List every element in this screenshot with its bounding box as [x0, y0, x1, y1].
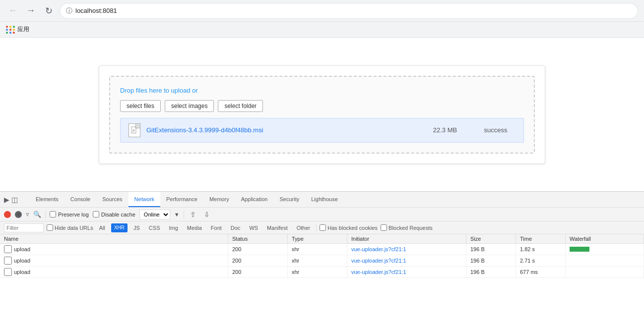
url-bar[interactable]: ⓘ localhost:8081 — [60, 3, 638, 19]
table-row[interactable]: upload 200 xhr vue-uploader.js?cf21:1 19… — [0, 255, 644, 267]
reload-button[interactable]: ↻ — [42, 4, 56, 18]
hide-data-urls-checkbox[interactable] — [47, 224, 53, 231]
table-row[interactable]: upload 200 xhr vue-uploader.js?cf21:1 19… — [0, 244, 644, 255]
bookmarks-bar: 应用 — [0, 22, 644, 38]
disable-cache-checkbox[interactable] — [93, 211, 99, 217]
apps-label: 应用 — [17, 25, 29, 34]
stop-button[interactable] — [15, 211, 22, 218]
select-images-button[interactable]: select images — [165, 100, 214, 112]
filter-xhr-button[interactable]: XHR — [111, 223, 128, 232]
hide-data-urls-label[interactable]: Hide data URLs — [47, 224, 93, 231]
row3-time: 677 ms — [516, 267, 566, 277]
grid-dots — [6, 26, 15, 34]
row2-initiator: vue-uploader.js?cf21:1 — [347, 255, 466, 266]
throttle-select[interactable]: Online — [139, 210, 170, 219]
col-size: Size — [466, 234, 516, 243]
row1-status: 200 — [228, 244, 288, 255]
row2-waterfall — [566, 255, 644, 266]
separator2 — [184, 211, 184, 218]
tab-application[interactable]: Application — [235, 192, 274, 207]
table-header: Name Status Type Initiator Size Time Wat… — [0, 234, 644, 244]
col-initiator: Initiator — [347, 234, 466, 243]
filter-separator — [316, 224, 317, 232]
tab-network[interactable]: Network — [129, 192, 160, 207]
blocked-cookies-checkbox[interactable] — [320, 224, 326, 231]
row3-name: upload — [0, 267, 228, 277]
filter-manifest[interactable]: Manifest — [264, 224, 291, 231]
devtools-inspect-icon[interactable]: ▶ — [4, 196, 9, 204]
msi-file-icon — [131, 126, 138, 134]
url-text: localhost:8081 — [75, 7, 117, 14]
filter-input[interactable] — [4, 223, 44, 232]
row2-initiator-link[interactable]: vue-uploader.js?cf21:1 — [351, 258, 406, 264]
import-har-button[interactable]: ⇧ — [188, 211, 198, 218]
row2-size: 196 B — [466, 255, 516, 266]
drop-instruction: Drop files here to upload or — [120, 87, 198, 94]
row3-checkbox[interactable] — [4, 268, 12, 276]
row3-waterfall — [566, 267, 644, 277]
tab-memory[interactable]: Memory — [203, 192, 235, 207]
filter-img[interactable]: Img — [166, 224, 181, 231]
export-har-button[interactable]: ⇩ — [202, 211, 212, 218]
stop-icon — [16, 213, 20, 216]
row3-type: xhr — [288, 267, 347, 277]
browser-chrome: ← → ↻ ⓘ localhost:8081 应用 — [0, 0, 644, 38]
filter-all[interactable]: All — [96, 224, 108, 231]
table-row[interactable]: upload 200 xhr vue-uploader.js?cf21:1 19… — [0, 267, 644, 278]
filter-doc[interactable]: Doc — [228, 224, 244, 231]
select-folder-button[interactable]: select folder — [218, 100, 263, 112]
tab-security[interactable]: Security — [273, 192, 305, 207]
blocked-cookies-label[interactable]: Has blocked cookies — [320, 224, 378, 231]
col-type: Type — [288, 234, 347, 243]
select-files-button[interactable]: select files — [120, 100, 161, 112]
search-icon[interactable]: 🔍 — [33, 211, 41, 218]
disable-cache-label[interactable]: Disable cache — [93, 211, 135, 217]
svg-point-5 — [17, 213, 20, 216]
tab-console[interactable]: Console — [64, 192, 96, 207]
filter-ws[interactable]: WS — [246, 224, 261, 231]
row3-size: 196 B — [466, 267, 516, 277]
filter-css[interactable]: CSS — [146, 224, 163, 231]
filter-media[interactable]: Media — [184, 224, 205, 231]
col-time: Time — [516, 234, 566, 243]
row1-name: upload — [0, 244, 228, 255]
filter-other[interactable]: Other — [294, 224, 314, 231]
devtools-tabs-bar: ▶ ◫ Elements Console Sources Network Per… — [0, 192, 644, 208]
row1-size: 196 B — [466, 244, 516, 255]
tab-performance[interactable]: Performance — [160, 192, 203, 207]
tab-sources[interactable]: Sources — [96, 192, 128, 207]
preserve-log-checkbox[interactable] — [50, 211, 56, 217]
apps-icon-group[interactable]: 应用 — [6, 25, 29, 34]
row2-status: 200 — [228, 255, 288, 266]
button-row: select files select images select folder — [120, 100, 524, 112]
col-status: Status — [228, 234, 288, 243]
browser-toolbar: ← → ↻ ⓘ localhost:8081 — [0, 0, 644, 22]
row2-time: 2.71 s — [516, 255, 566, 266]
tab-elements[interactable]: Elements — [30, 192, 64, 207]
tab-lighthouse[interactable]: Lighthouse — [305, 192, 344, 207]
waterfall-bar-1 — [570, 247, 589, 252]
forward-button[interactable]: → — [24, 4, 38, 18]
row2-type: xhr — [288, 255, 347, 266]
drop-zone: Drop files here to upload or select file… — [109, 76, 535, 154]
back-button[interactable]: ← — [6, 4, 20, 18]
filter-font[interactable]: Font — [208, 224, 225, 231]
record-button[interactable] — [4, 211, 11, 218]
devtools-device-icon[interactable]: ◫ — [11, 196, 18, 204]
page-content: Drop files here to upload or select file… — [0, 38, 644, 191]
col-name: Name — [0, 234, 228, 243]
row3-status: 200 — [228, 267, 288, 277]
file-name[interactable]: GitExtensions-3.4.3.9999-d4b0f48bb.msi — [146, 126, 414, 134]
filter-icon[interactable]: ▿ — [26, 211, 29, 218]
row1-checkbox[interactable] — [4, 245, 12, 253]
row1-initiator-link[interactable]: vue-uploader.js?cf21:1 — [351, 246, 406, 252]
preserve-log-label[interactable]: Preserve log — [50, 211, 89, 217]
row1-type: xhr — [288, 244, 347, 255]
row3-initiator: vue-uploader.js?cf21:1 — [347, 267, 466, 277]
blocked-requests-label[interactable]: Blocked Requests — [381, 224, 433, 231]
file-icon — [129, 123, 140, 137]
filter-js[interactable]: JS — [130, 224, 143, 231]
blocked-requests-checkbox[interactable] — [381, 224, 387, 231]
row2-checkbox[interactable] — [4, 257, 12, 265]
row3-initiator-link[interactable]: vue-uploader.js?cf21:1 — [351, 269, 406, 275]
